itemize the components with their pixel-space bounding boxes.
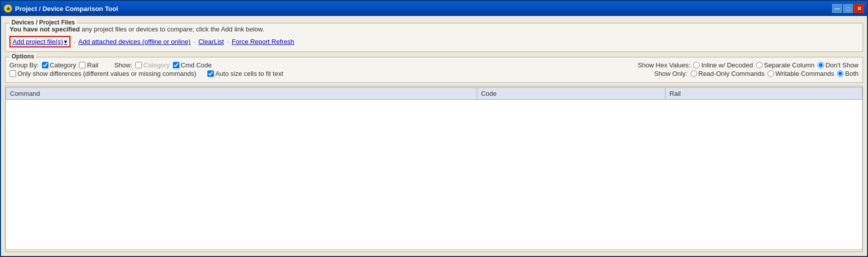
window-controls: — □ ✕	[832, 4, 864, 13]
rail-checkbox[interactable]	[79, 62, 85, 68]
group-by-label: Group By:	[9, 61, 39, 69]
inline-radio-group: Inline w/ Decoded	[693, 61, 753, 69]
writable-label: Writable Commands	[776, 70, 835, 77]
clear-list-link[interactable]: ClearList	[198, 38, 224, 45]
only-diff-checkbox[interactable]	[9, 70, 16, 77]
table-empty-row	[6, 100, 863, 250]
both-radio-group: Both	[837, 70, 859, 77]
app-icon: ★	[4, 4, 12, 12]
cmd-code-label: Cmd Code	[181, 61, 212, 69]
column-command: Command	[6, 88, 477, 100]
only-diff-checkbox-group: Only show differences (different values …	[9, 70, 196, 77]
add-project-wrapper: Add project file(s) ▾	[9, 36, 70, 47]
show-category-label: Category	[143, 61, 170, 69]
dont-show-radio-group: Don't Show	[818, 61, 859, 69]
table-body	[6, 100, 863, 250]
category-checkbox-group: Category	[42, 61, 76, 69]
options-row-1: Group By: Category Rail Show: Category	[9, 61, 859, 69]
read-only-radio[interactable]	[691, 70, 697, 77]
show-hex-label: Show Hex Values:	[638, 61, 690, 69]
dont-show-radio[interactable]	[818, 62, 824, 68]
inline-radio[interactable]	[693, 62, 700, 68]
separator-3: ·	[227, 38, 229, 45]
auto-size-checkbox[interactable]	[207, 70, 214, 77]
options-group-title: Options	[9, 53, 36, 60]
inline-label: Inline w/ Decoded	[701, 61, 753, 69]
data-table: Command Code Rail	[5, 87, 863, 250]
separate-radio[interactable]	[756, 62, 763, 68]
both-label: Both	[845, 70, 859, 77]
dont-show-label: Don't Show	[826, 61, 859, 69]
column-rail: Rail	[665, 88, 862, 100]
add-devices-link[interactable]: Add attached devices (offline or online)	[78, 38, 191, 45]
read-only-radio-group: Read-Only Commands	[691, 70, 765, 77]
minimize-button[interactable]: —	[832, 4, 842, 13]
title-bar-left: ★ Project / Device Comparison Tool	[4, 4, 118, 12]
links-row: Add project file(s) ▾ · Add attached dev…	[9, 36, 859, 47]
only-diff-label: Only show differences (different values …	[17, 70, 196, 77]
column-code: Code	[477, 88, 665, 100]
devices-group-title: Devices / Project Files	[9, 19, 77, 26]
writable-radio-group: Writable Commands	[768, 70, 835, 77]
devices-group-box: Devices / Project Files You have not spe…	[5, 23, 863, 52]
separator-2: ·	[193, 38, 195, 45]
title-bar: ★ Project / Device Comparison Tool — □ ✕	[1, 1, 867, 16]
category-checkbox[interactable]	[42, 62, 48, 68]
show-category-checkbox-group: Category	[135, 61, 170, 69]
auto-size-label: Auto size cells to fit text	[215, 70, 283, 77]
separator-1: ·	[73, 38, 75, 45]
auto-size-checkbox-group: Auto size cells to fit text	[207, 70, 283, 77]
options-group-box: Options Group By: Category Rail Show:	[5, 57, 863, 83]
close-button[interactable]: ✕	[854, 4, 864, 13]
writable-radio[interactable]	[768, 70, 774, 77]
cmd-code-checkbox-group: Cmd Code	[173, 61, 212, 69]
show-only-label: Show Only:	[654, 70, 687, 77]
separate-label: Separate Column	[764, 61, 815, 69]
both-radio[interactable]	[837, 70, 844, 77]
add-project-link[interactable]: Add project file(s)	[12, 38, 63, 45]
main-window: ★ Project / Device Comparison Tool — □ ✕…	[0, 0, 868, 257]
window-body: Devices / Project Files You have not spe…	[1, 16, 867, 256]
window-title: Project / Device Comparison Tool	[15, 5, 118, 12]
rail-checkbox-group: Rail	[79, 61, 98, 69]
options-row-2: Only show differences (different values …	[9, 70, 859, 77]
table-wrapper: Command Code Rail	[5, 86, 863, 252]
table-header: Command Code Rail	[6, 88, 863, 100]
separate-radio-group: Separate Column	[756, 61, 815, 69]
options-rows: Group By: Category Rail Show: Category	[9, 59, 859, 78]
rail-label: Rail	[87, 61, 98, 69]
show-label: Show:	[114, 61, 132, 69]
category-label: Category	[50, 61, 76, 69]
table-header-row: Command Code Rail	[6, 88, 863, 100]
show-category-checkbox[interactable]	[135, 62, 142, 68]
maximize-button[interactable]: □	[843, 4, 853, 13]
force-refresh-link[interactable]: Force Report Refresh	[232, 38, 294, 45]
cmd-code-checkbox[interactable]	[173, 62, 179, 68]
read-only-label: Read-Only Commands	[699, 70, 765, 77]
add-project-arrow[interactable]: ▾	[64, 38, 67, 45]
info-text: You have not specified any project files…	[9, 25, 859, 33]
